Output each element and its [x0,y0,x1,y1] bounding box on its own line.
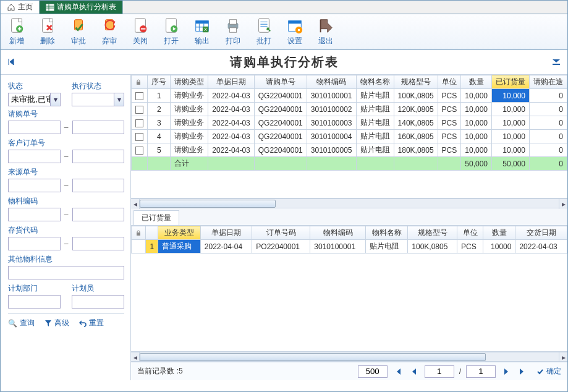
planner-input[interactable] [72,295,124,309]
advanced-button[interactable]: 高级 [45,318,69,328]
table-row[interactable]: 1请购业务2022-04-03QG220400013010100001贴片电阻1… [132,89,567,103]
row-checkbox[interactable] [135,92,143,100]
row-checkbox[interactable] [135,119,143,127]
scroll-left-icon[interactable]: ◂ [131,199,140,209]
col-header[interactable]: 单位 [438,75,461,89]
table-row[interactable]: 3请购业务2022-04-03QG220400013010100003贴片电阻1… [132,116,567,130]
scroll-right-icon[interactable]: ▸ [559,199,567,209]
plan-dept-input[interactable] [8,295,61,309]
scroll-thumb[interactable] [140,200,276,208]
approve-button[interactable]: 审批 [64,15,93,48]
status-combo[interactable]: ▾ [8,93,61,106]
collapse-icon[interactable] [551,58,561,67]
print-button[interactable]: 打印 [218,15,248,48]
h-scrollbar-bottom[interactable]: ◂▸ [131,352,567,362]
first-page-icon[interactable] [7,58,17,67]
col-header[interactable]: 物料名称 [365,226,407,240]
first-page-button[interactable] [392,366,404,377]
reset-button[interactable]: 重置 [79,318,104,328]
chevron-down-icon[interactable]: ▾ [114,93,124,106]
chevron-down-icon[interactable]: ▾ [50,93,60,106]
next-page-button[interactable] [501,366,512,377]
col-header[interactable]: 数量 [461,75,492,89]
exit-button[interactable]: 退出 [311,15,341,48]
stock-code-to[interactable] [72,237,125,250]
title-row: 请购单执行分析表 [1,50,567,75]
main-grid[interactable]: 序号请购类型单据日期请购单号物料编码物料名称规格型号单位数量已订货量请购在途 1… [131,75,567,171]
last-page-button[interactable] [517,366,528,377]
exec-status-combo[interactable]: ▾ [72,93,124,106]
prev-page-button[interactable] [409,366,420,377]
export-button[interactable]: X输出 [187,15,217,48]
table-row[interactable]: 1普通采购2022-04-04PO220400013010100001贴片电阻1… [132,240,567,254]
close-button[interactable]: 关闭 [125,15,155,48]
col-header[interactable]: 规格型号 [394,75,438,89]
confirm-button[interactable]: 确定 [536,366,561,377]
col-header[interactable]: 规格型号 [408,226,457,240]
scroll-right-icon[interactable]: ▸ [559,352,567,362]
cust-order-to[interactable] [72,150,125,163]
svg-point-25 [298,29,300,32]
mat-code-from[interactable] [8,208,61,221]
col-header[interactable]: 单位 [457,226,483,240]
col-header[interactable]: 单据日期 [208,75,254,89]
svg-rect-15 [196,21,209,24]
source-no-to[interactable] [72,179,125,192]
table-row[interactable]: 4请购业务2022-04-03QG220400013010100004贴片电阻1… [132,130,567,143]
row-checkbox[interactable] [135,133,143,141]
row-checkbox[interactable] [135,106,143,114]
req-no-to[interactable] [72,121,125,134]
col-header[interactable]: 单据日期 [200,226,252,240]
col-header[interactable]: 交货日期 [515,226,567,240]
reject-button[interactable]: 弃审 [95,15,124,48]
page-title: 请购单执行分析表 [17,54,551,70]
col-header[interactable]: 已订货量 [492,75,530,89]
new-icon [8,17,25,35]
col-header[interactable]: 业务类型 [158,226,200,240]
delete-button[interactable]: 删除 [33,15,62,48]
filter-panel: 状态 ▾ 执行状态 ▾ 请购单号 – 客户订单号 – 来源单号 – 物料编码 –… [1,75,131,380]
tab-home-label: 主页 [18,2,33,12]
lock-col[interactable] [132,226,146,240]
tab-home[interactable]: 主页 [1,1,40,14]
stock-code-from[interactable] [8,237,61,250]
h-scrollbar-top[interactable]: ◂▸ [131,198,567,208]
open-button[interactable]: 打开 [156,15,186,48]
query-button[interactable]: 🔍查询 [8,318,35,328]
cust-order-from[interactable] [8,150,61,163]
col-header[interactable]: 请购单号 [254,75,307,89]
other-mat-input[interactable] [8,266,124,279]
col-header[interactable]: 物料编码 [307,75,356,89]
page-input[interactable] [425,365,454,378]
svg-rect-23 [289,21,302,24]
page-size-input[interactable] [358,365,388,378]
col-header[interactable]: 物料名称 [356,75,394,89]
col-header[interactable]: 数量 [483,226,515,240]
home-icon [7,3,15,12]
source-no-from[interactable] [8,179,61,192]
table-row[interactable]: 2请购业务2022-04-03QG220400013010100002贴片电阻1… [132,103,567,116]
settings-button[interactable]: 设置 [280,15,310,48]
col-header[interactable]: 物料编码 [310,226,366,240]
col-header[interactable]: 请购类型 [171,75,208,89]
tab-active[interactable]: 请购单执行分析表 [40,1,123,14]
detail-grid[interactable]: 业务类型单据日期订单号码物料编码物料名称规格型号单位数量交货日期 1普通采购20… [131,226,567,254]
subtab-ordered[interactable]: 已订货量 [134,210,179,225]
mat-code-to[interactable] [72,208,125,221]
page-total [466,365,496,378]
main-area: 序号请购类型单据日期请购单号物料编码物料名称规格型号单位数量已订货量请购在途 1… [131,75,567,380]
col-header[interactable]: 请购在途 [530,75,567,89]
export-icon: X [193,17,211,35]
check-icon [536,368,544,375]
table-row[interactable]: 5请购业务2022-04-03QG220400013010100005贴片电阻1… [132,143,567,157]
req-no-from[interactable] [8,121,61,134]
scroll-left-icon[interactable]: ◂ [131,352,140,362]
new-button[interactable]: 新增 [2,15,32,48]
scroll-thumb[interactable] [140,353,486,361]
batch-button[interactable]: 批打 [249,15,279,48]
row-checkbox[interactable] [135,147,143,155]
col-header[interactable]: 订单号码 [252,226,310,240]
mat-code-label: 物料编码 [8,196,124,207]
lock-col[interactable] [132,75,148,89]
col-header[interactable]: 序号 [148,75,171,89]
